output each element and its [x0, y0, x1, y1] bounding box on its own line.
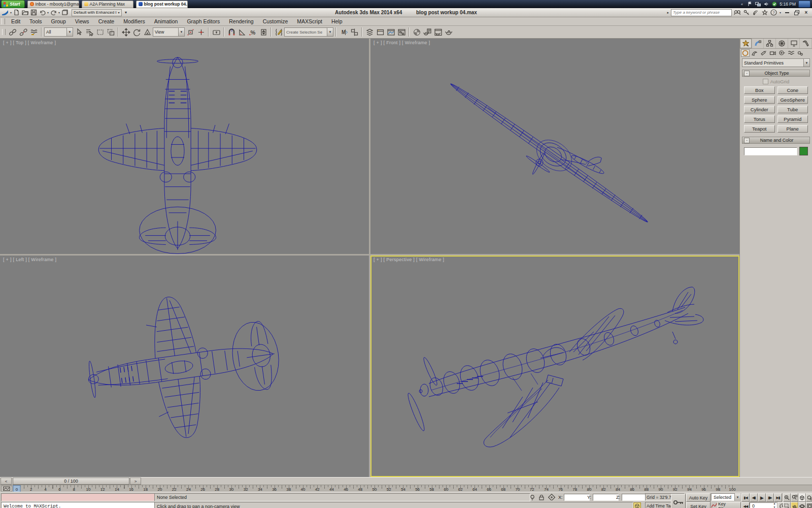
trackbar-ruler[interactable]: 0246810121416182022242628303234363840424… — [14, 485, 736, 492]
menu-graph-editors[interactable]: Graph Editors — [182, 17, 224, 25]
key-mode-toggle-button[interactable]: ◀◀ — [741, 502, 750, 508]
previous-frame-arrow[interactable]: < — [1, 478, 12, 485]
rollout-collapse-icon[interactable]: - — [744, 138, 750, 143]
snaps-toggle-icon[interactable]: 3 — [226, 27, 236, 37]
help-dropdown-icon[interactable]: ▾ — [780, 11, 781, 14]
viewport-front-label[interactable]: [ + ] [ Front ] [ Wireframe ] — [374, 40, 430, 45]
menu-create[interactable]: Create — [94, 17, 119, 25]
maxscript-mini-listener[interactable]: Welcome to MAXScript. — [1, 502, 157, 508]
subscription-key-icon[interactable] — [743, 9, 750, 16]
set-key-toggle-button[interactable] — [671, 494, 686, 508]
flag-icon[interactable] — [747, 2, 753, 7]
menu-help[interactable]: Help — [327, 17, 347, 25]
viewport-left[interactable]: [ + ] [ Left ] [ Wireframe ] — [0, 256, 369, 477]
subtab-geometry[interactable] — [741, 49, 750, 57]
dropdown-arrow-icon[interactable]: ▼ — [734, 493, 740, 501]
taskbar-tab-3dsmax[interactable]: blog post workup 04.... — [136, 1, 188, 8]
rollout-object-type[interactable]: - Object Type — [742, 70, 810, 77]
new-scene-button[interactable] — [13, 9, 20, 16]
menu-tools[interactable]: Tools — [25, 17, 47, 25]
window-crossing-toggle-icon[interactable] — [106, 27, 116, 37]
menu-edit[interactable]: Edit — [7, 17, 25, 25]
viewport-perspective[interactable]: [ + ] [ Perspective ] [ Wireframe ] — [370, 256, 739, 477]
undo-button[interactable] — [39, 9, 46, 16]
key-filters-button[interactable]: Key Filters... — [718, 502, 741, 508]
save-file-button[interactable] — [30, 9, 38, 16]
tab-modify[interactable] — [752, 39, 764, 48]
plane-button[interactable]: Plane — [777, 125, 808, 133]
select-and-link-icon[interactable] — [8, 27, 18, 37]
subtab-helpers[interactable] — [777, 49, 786, 57]
zoom-extents-all-button[interactable] — [806, 493, 812, 502]
subtab-space-warps[interactable] — [787, 49, 795, 57]
align-icon[interactable] — [349, 27, 359, 37]
open-file-button[interactable] — [21, 9, 29, 16]
application-menu-arrow-icon[interactable]: ▾ — [10, 11, 12, 14]
taskbar-tab-folder[interactable]: A2A Planning Max — [82, 1, 133, 8]
auto-key-button[interactable]: Auto Key — [686, 493, 710, 502]
taskbar-tab-inbox[interactable]: Inbox - mbooty1@gmail.... — [27, 1, 79, 8]
object-color-swatch[interactable] — [799, 147, 808, 155]
material-editor-icon[interactable] — [412, 27, 422, 37]
select-by-name-icon[interactable] — [84, 27, 94, 37]
tab-motion[interactable] — [776, 39, 788, 48]
render-setup-icon[interactable] — [422, 27, 432, 37]
toggle-ribbon-icon[interactable] — [375, 27, 385, 37]
time-slider-handle[interactable]: 0 / 100 — [13, 478, 129, 485]
pyramid-button[interactable]: Pyramid — [777, 115, 808, 123]
bind-to-space-warp-icon[interactable] — [29, 27, 39, 37]
box-button[interactable]: Box — [744, 86, 775, 94]
set-key-button[interactable]: Set Key — [686, 502, 710, 508]
menu-customize[interactable]: Customize — [258, 17, 293, 25]
rectangular-selection-region-icon[interactable] — [95, 27, 105, 37]
menu-group[interactable]: Group — [47, 17, 71, 25]
go-to-end-button[interactable]: ▶▮ — [774, 493, 782, 502]
viewport-top[interactable]: [ + ] [ Top ] [ Wireframe ] — [0, 39, 369, 254]
default-in-out-tangents-icon[interactable] — [711, 503, 717, 508]
menu-maxscript[interactable]: MAXScript — [292, 17, 327, 25]
menu-modifiers[interactable]: Modifiers — [119, 17, 150, 25]
redo-button[interactable] — [50, 9, 57, 16]
go-to-start-button[interactable]: ▮◀ — [741, 493, 750, 502]
subtab-shapes[interactable] — [750, 49, 759, 57]
project-folder-button[interactable] — [61, 9, 69, 16]
object-name-field[interactable] — [744, 147, 797, 155]
close-button[interactable]: × — [802, 9, 810, 16]
mirror-icon[interactable]: M — [339, 27, 349, 37]
infocenter-collapse-icon[interactable]: ▸ — [667, 11, 669, 15]
rollout-name-color[interactable]: - Name and Color — [742, 137, 810, 144]
viewport-top-label[interactable]: [ + ] [ Top ] [ Wireframe ] — [3, 40, 56, 45]
tray-expand-icon[interactable]: « — [739, 2, 745, 7]
mini-curve-editor-button[interactable] — [1, 486, 12, 492]
favorites-star-icon[interactable] — [761, 9, 768, 16]
unlink-selection-icon[interactable] — [18, 27, 28, 37]
named-selection-sets-dropdown[interactable]: Create Selection Se ▼ — [284, 27, 333, 37]
communication-center-icon[interactable] — [752, 9, 759, 16]
geosphere-button[interactable]: GeoSphere — [777, 96, 808, 104]
tab-create[interactable] — [740, 39, 752, 48]
network-icon[interactable] — [755, 2, 761, 7]
torus-button[interactable]: Torus — [744, 115, 775, 123]
subtab-cameras[interactable] — [768, 49, 777, 57]
menu-views[interactable]: Views — [71, 17, 94, 25]
search-input[interactable] — [671, 9, 732, 16]
autogrid-checkbox[interactable] — [763, 79, 768, 84]
selection-filter-dropdown[interactable]: All ▼ — [44, 27, 73, 37]
zoom-button[interactable] — [783, 493, 791, 502]
pan-button[interactable] — [791, 502, 798, 508]
absolute-offset-toggle-icon[interactable] — [548, 494, 555, 501]
tab-utilities[interactable] — [800, 39, 812, 48]
minimize-button[interactable] — [783, 9, 791, 16]
maxscript-mini-recorder[interactable] — [1, 493, 157, 501]
cone-button[interactable]: Cone — [777, 86, 808, 94]
next-frame-button[interactable]: ▮▶ — [766, 493, 774, 502]
show-desktop-icon[interactable] — [798, 1, 810, 8]
search-icon[interactable] — [734, 9, 741, 16]
select-object-icon[interactable] — [74, 27, 84, 37]
rendered-frame-window-icon[interactable] — [433, 27, 443, 37]
subtab-lights[interactable] — [759, 49, 768, 57]
sphere-button[interactable]: Sphere — [744, 96, 775, 104]
select-and-scale-icon[interactable] — [142, 27, 152, 37]
tab-display[interactable] — [788, 39, 800, 48]
maximize-viewport-toggle-button[interactable] — [806, 502, 812, 508]
